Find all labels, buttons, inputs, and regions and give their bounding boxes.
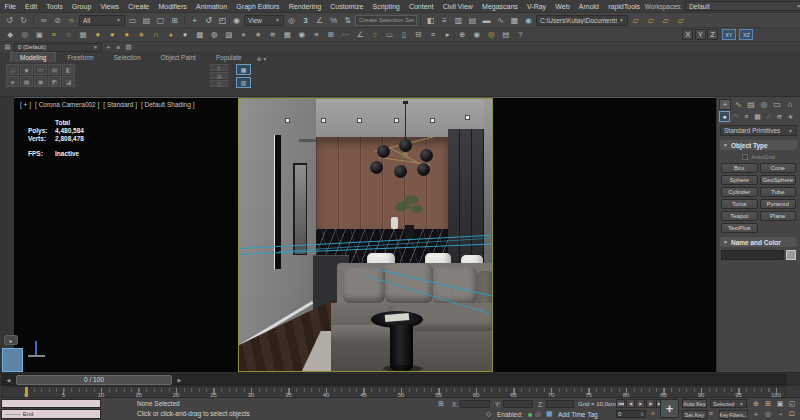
render-setup-teapot-icon[interactable]: ● <box>91 29 103 41</box>
track-bar[interactable]: 0510152025303540455055606570758085909510… <box>0 385 800 397</box>
ribbon-toggle-button[interactable]: ▦ <box>236 64 251 75</box>
ribbon-tool-button[interactable]: ◪ <box>62 76 75 87</box>
create-tab-icon[interactable]: + <box>719 99 731 110</box>
menu-item[interactable]: Arnold <box>574 3 603 10</box>
notification-icon[interactable]: ◎ <box>485 29 497 41</box>
key-filter-icon[interactable]: ¤ <box>709 410 713 417</box>
primitive-button[interactable]: Teapot <box>721 211 758 221</box>
add-time-tag[interactable]: Add Time Tag <box>558 411 598 418</box>
import-folder-icon[interactable]: ▱ <box>659 14 672 27</box>
hierarchy-tab-icon[interactable]: ▤ <box>745 99 757 110</box>
snaps-toggle-3d-icon[interactable]: 3 <box>299 14 312 27</box>
render-iterative-teapot-icon[interactable]: ● <box>106 29 118 41</box>
motion-tab-icon[interactable]: ◎ <box>758 99 770 110</box>
export-folder-icon[interactable]: ▱ <box>674 14 687 27</box>
undo-icon[interactable]: ↺ <box>3 14 16 27</box>
lights-category-icon[interactable]: ¤ <box>741 111 752 122</box>
physical-camera-icon[interactable]: ▣ <box>33 29 45 41</box>
redo-icon[interactable]: ↻ <box>17 14 30 27</box>
mirror-icon[interactable]: ◧ <box>424 14 437 27</box>
select-and-scale-icon[interactable]: ◰ <box>216 14 229 27</box>
render-production-teapot-icon[interactable]: ● <box>121 29 133 41</box>
coord-z-field[interactable] <box>546 400 574 408</box>
key-selection-dropdown[interactable]: Selected▼ <box>710 399 747 408</box>
list-tools-icon[interactable]: ≡ <box>310 29 322 41</box>
object-name-input[interactable] <box>721 250 784 260</box>
primitive-button[interactable]: Cylinder <box>721 187 758 197</box>
maximize-viewport-icon[interactable]: ⊡ <box>786 409 798 419</box>
menu-item[interactable]: Rendering <box>284 3 326 10</box>
viewport[interactable]: [ + ][ Corona Camera002 ][ Standard ][ D… <box>14 97 716 372</box>
light-create-icon[interactable]: ¤ <box>48 29 60 41</box>
zoom-region-icon[interactable]: ◱ <box>786 399 798 409</box>
schematic-view-icon[interactable]: ▦ <box>508 14 521 27</box>
object-color-swatch[interactable] <box>786 250 796 260</box>
reference-coordinate-dropdown[interactable]: View▼ <box>244 15 284 26</box>
scene-explorer-icon[interactable]: ▥ <box>452 14 465 27</box>
go-to-start-button[interactable]: |◀◀ <box>616 399 625 408</box>
rectangular-selection-region-icon[interactable]: ▢ <box>154 14 167 27</box>
material-editor-icon[interactable]: ◉ <box>522 14 535 27</box>
display-tab-icon[interactable]: ▭ <box>771 99 783 110</box>
pin-scene-icon[interactable]: ○ <box>368 29 380 41</box>
retopology-icon[interactable]: ▦ <box>281 29 293 41</box>
unlink-selection-icon[interactable]: ⊘ <box>51 14 64 27</box>
transform-type-in-icon[interactable]: ⊞ <box>438 400 444 408</box>
ribbon-tool-button[interactable]: ▦ <box>20 76 33 87</box>
primitive-button[interactable]: Sphere <box>721 175 758 185</box>
key-mode-icon[interactable]: ¤ <box>651 410 655 417</box>
menu-item[interactable]: Civil View <box>438 3 477 10</box>
ribbon-tool-button[interactable]: ▤ <box>48 64 61 75</box>
primitive-button[interactable]: Cone <box>760 163 797 173</box>
primitive-button[interactable]: Tube <box>760 187 797 197</box>
menu-item[interactable]: Graph Editors <box>232 3 284 10</box>
menu-item[interactable]: Web <box>551 3 574 10</box>
ribbon-tab-selection[interactable]: Selection <box>105 53 150 62</box>
helpers-category-icon[interactable]: ∴ <box>763 111 774 122</box>
previous-frame-arrow[interactable]: ◀ <box>4 375 13 384</box>
set-keys-button[interactable]: + <box>660 399 679 418</box>
coord-x-field[interactable] <box>460 400 490 408</box>
viewport-menu-camera[interactable]: [ Corona Camera002 ] <box>35 101 99 108</box>
menu-item[interactable]: Customize <box>326 3 368 10</box>
ribbon-tab-modeling[interactable]: Modeling <box>10 52 56 62</box>
spinner-icon[interactable]: ⇅ <box>640 412 644 417</box>
active-layer-dropdown[interactable]: 0 (Default)▼ <box>14 43 102 52</box>
axis-constraint-button[interactable]: Y <box>695 29 706 40</box>
ribbon-tool-button[interactable]: ◩ <box>48 76 61 87</box>
placement-light-icon[interactable]: ¤ <box>427 29 439 41</box>
target-icon[interactable]: ⊕ <box>456 29 468 41</box>
menu-item[interactable]: Scripting <box>368 3 404 10</box>
menu-item[interactable]: Edit <box>20 3 41 10</box>
array-tool-icon[interactable]: ⊞ <box>325 29 337 41</box>
ribbon-tool-button[interactable]: ▭ <box>34 64 47 75</box>
zoom-all-icon[interactable]: ⊞ <box>762 399 774 409</box>
notes-icon[interactable]: ▤ <box>500 29 512 41</box>
menu-item[interactable]: Content <box>404 3 438 10</box>
orbit-icon[interactable]: ◎ <box>762 409 774 419</box>
axis-constraint-button[interactable]: Z <box>707 29 718 40</box>
menu-item[interactable]: V-Ray <box>522 3 550 10</box>
field-of-view-icon[interactable]: ◔ <box>774 409 786 419</box>
primitive-button[interactable]: Plane <box>760 211 797 221</box>
pan-icon[interactable]: + <box>750 409 762 419</box>
measure-icon[interactable]: ∠ <box>354 29 366 41</box>
maxscript-mini-listener[interactable]: -------- End <box>1 409 101 419</box>
align-icon[interactable]: ≡ <box>438 14 451 27</box>
container-icon[interactable]: ▭ <box>383 29 395 41</box>
help-icon[interactable]: ? <box>514 29 526 41</box>
layer-list-icon[interactable]: ≡ <box>114 43 123 52</box>
record-icon[interactable]: ▸ <box>441 29 453 41</box>
viewport-menu-render-level[interactable]: [ Standard ] <box>103 101 137 108</box>
ribbon-tab-object-paint[interactable]: Object Paint <box>152 53 205 62</box>
name-and-color-rollout[interactable]: ▼ Name and Color <box>720 237 797 247</box>
snapshot-icon[interactable]: ◉ <box>296 29 308 41</box>
grid-toggle-icon[interactable]: ▦ <box>546 410 553 418</box>
environment-icon[interactable]: ∩ <box>150 29 162 41</box>
ribbon-tab-freeform[interactable]: Freeform <box>58 53 102 62</box>
menu-item[interactable]: File <box>0 3 20 10</box>
render-settings-gear-icon[interactable]: ∗ <box>135 29 147 41</box>
ribbon-tab-populate[interactable]: Populate <box>207 53 251 62</box>
spacing-tool-icon[interactable]: ⋯ <box>339 29 351 41</box>
select-by-name-icon[interactable]: ▤ <box>140 14 153 27</box>
